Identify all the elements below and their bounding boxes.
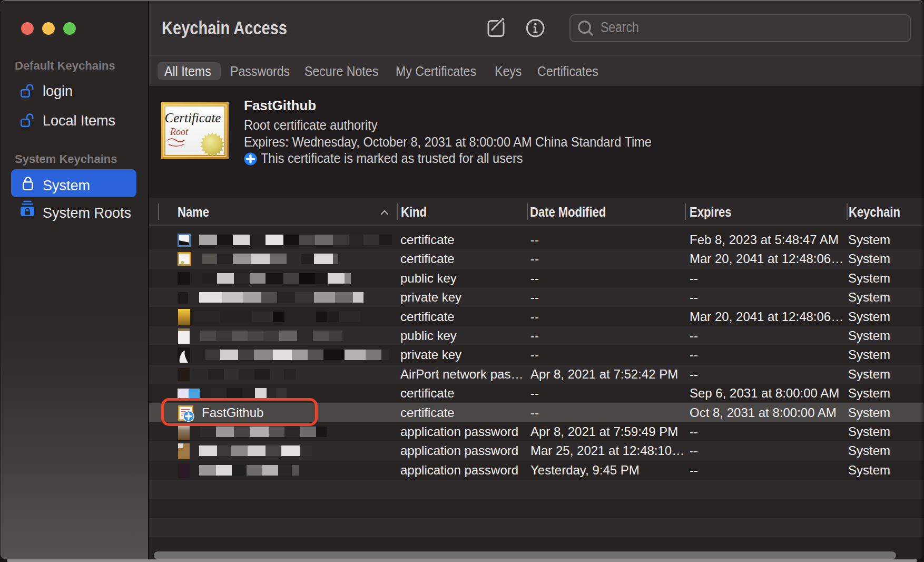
svg-text:Root: Root bbox=[170, 127, 189, 137]
svg-text:Certificate: Certificate bbox=[165, 111, 221, 125]
